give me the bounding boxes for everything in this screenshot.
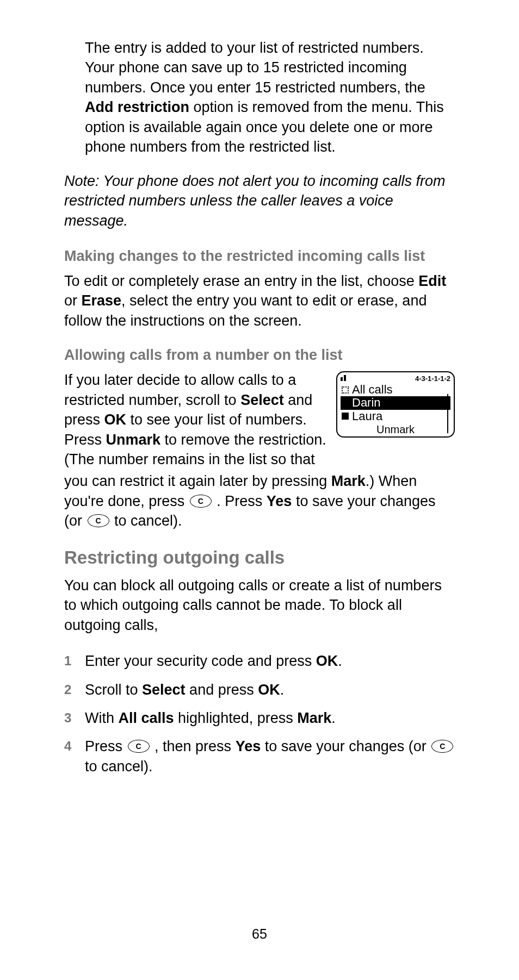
subheading-making-changes: Making changes to the restricted incomin… [64,248,455,265]
phone-softkey-label: Unmark [341,423,450,435]
erase-label: Erase [82,292,122,309]
text: to save your changes (or [261,738,430,754]
text: . Press [213,493,267,509]
select-label: Select [240,392,284,408]
checkbox-empty-icon [342,386,349,394]
signal-icon [341,374,348,381]
mark-label: Mark [331,473,366,489]
step-2: Scroll to Select and press OK. [64,680,455,700]
text: to cancel). [110,513,182,529]
yes-label: Yes [236,738,261,754]
text: or [64,292,82,309]
add-restriction-label: Add restriction [85,99,189,115]
paragraph-outgoing-intro: You can block all outgoing calls or crea… [64,576,455,635]
c-key-icon: C [190,495,212,508]
ok-label: OK [258,682,280,698]
text: To edit or completely erase an entry in … [64,273,418,289]
text: you can restrict it again later by press… [64,473,331,489]
c-key-icon: C [431,740,453,753]
page-number: 65 [0,926,519,942]
phone-row-label: All calls [352,383,393,396]
phone-body: All calls Darin Laura Unmark [341,383,450,435]
phone-row-laura: Laura [341,410,450,423]
c-key-icon: C [88,514,109,527]
text: , then press [151,738,236,754]
mark-label: Mark [297,710,331,726]
step-1: Enter your security code and press OK. [64,651,455,671]
step-3: With All calls highlighted, press Mark. [64,708,455,728]
unmark-label: Unmark [106,432,161,448]
select-label: Select [142,682,186,698]
step-4: Press C , then press Yes to save your ch… [64,736,455,776]
all-calls-label: All calls [119,710,174,726]
yes-label: Yes [267,493,292,509]
text: to cancel). [85,758,153,775]
text: Enter your security code and press [85,653,316,669]
phone-row-darin-selected: Darin [341,396,450,409]
paragraph-restricted-entry: The entry is added to your list of restr… [85,38,455,157]
phone-row-label: Laura [352,410,382,423]
paragraph-allow-calls-cont: you can restrict it again later by press… [64,471,455,530]
c-key-icon: C [128,740,150,753]
phone-scrollbar [447,394,448,433]
document-page: The entry is added to your list of restr… [0,0,519,776]
phone-menu-code: 4-3-1-1-1-2 [415,374,450,383]
ok-label: OK [316,653,338,669]
text: Scroll to [85,682,142,698]
text: highlighted, press [174,710,298,726]
note-paragraph: Note: Your phone does not alert you to i… [64,171,455,230]
text: . [338,653,342,669]
phone-screen-figure: 4-3-1-1-1-2 All calls Darin Laura Unmark [336,371,455,438]
section-heading-restricting-outgoing: Restricting outgoing calls [64,547,455,568]
row-with-phone-figure: If you later decide to allow calls to a … [64,370,455,469]
text: and press [186,682,258,698]
text: With [85,710,119,726]
ok-label: OK [104,411,127,428]
edit-label: Edit [418,273,446,289]
subheading-allowing-calls: Allowing calls from a number on the list [64,347,455,364]
checkbox-filled-icon [342,413,349,420]
text: . [331,710,336,726]
paragraph-edit-erase: To edit or completely erase an entry in … [64,271,455,330]
paragraph-allow-calls-left: If you later decide to allow calls to a … [64,370,326,469]
text: Press [85,738,127,754]
checkbox-filled-icon [342,400,349,407]
text: . [280,682,285,698]
steps-list: Enter your security code and press OK. S… [64,651,455,776]
phone-row-label: Darin [352,396,385,409]
phone-row-all-calls: All calls [341,383,450,396]
phone-status-bar: 4-3-1-1-1-2 [341,374,450,383]
text: The entry is added to your list of restr… [85,40,425,96]
